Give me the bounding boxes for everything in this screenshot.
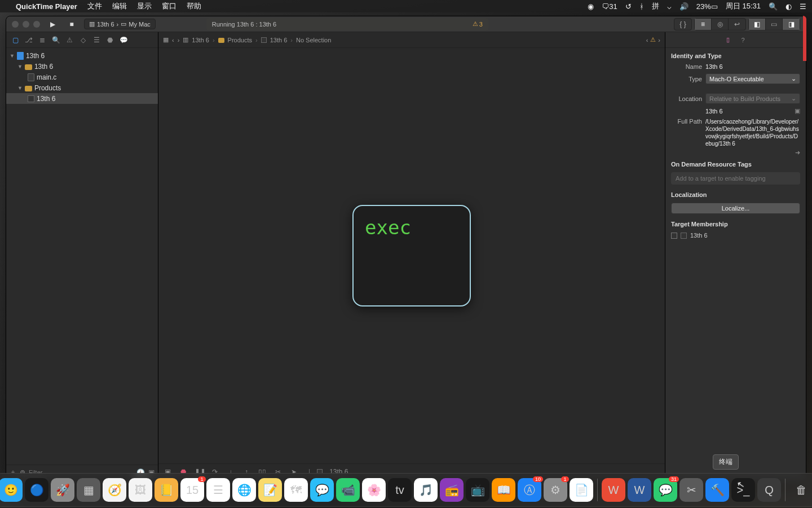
- activity-status[interactable]: Running 13th 6 : 13th 6 ⚠ 3: [206, 18, 488, 30]
- menu-edit[interactable]: 编辑: [112, 1, 127, 11]
- dock-app-quicktime[interactable]: Q: [757, 478, 781, 502]
- menu-window[interactable]: 窗口: [162, 1, 176, 11]
- dock-app-safari[interactable]: 🧭: [103, 478, 126, 502]
- scheme-selector[interactable]: ▥ 13th 6 › ▭ My Mac: [84, 19, 156, 29]
- version-editor-button[interactable]: ↩: [729, 19, 745, 30]
- status-spotlight-icon[interactable]: 🔍: [769, 2, 778, 11]
- dock-app-appstore[interactable]: Ⓐ10: [518, 478, 541, 502]
- dock-app-launchpad[interactable]: 🚀: [51, 478, 74, 502]
- dock-app-reminders[interactable]: ☰: [206, 478, 230, 502]
- dock-app-trash[interactable]: 🗑: [789, 478, 812, 502]
- dock-app-screenshot[interactable]: ✂: [679, 478, 703, 502]
- dock-app-podcasts[interactable]: 📻: [440, 478, 464, 502]
- prev-issue-button[interactable]: ‹: [646, 37, 648, 43]
- breakpoint-navigator-tab[interactable]: ⬣: [105, 36, 114, 44]
- related-items-icon[interactable]: ▦: [163, 36, 169, 43]
- status-volume-icon[interactable]: 🔊: [679, 2, 689, 11]
- menu-file[interactable]: 文件: [87, 1, 102, 11]
- status-wifi-icon[interactable]: ⌵: [667, 2, 672, 11]
- dock-app-siri[interactable]: 🔵: [25, 478, 48, 502]
- checkbox-icon[interactable]: [671, 233, 677, 239]
- dock-app-wechat[interactable]: 💬31: [654, 478, 677, 502]
- issue-navigator-tab[interactable]: ⚠: [65, 36, 74, 44]
- status-bluetooth-icon[interactable]: ᚼ: [639, 2, 644, 11]
- back-button[interactable]: ‹: [172, 37, 174, 43]
- products-folder[interactable]: ▼ Products: [6, 82, 158, 93]
- group-folder[interactable]: ▼ 13th 6: [6, 61, 158, 72]
- warning-indicator[interactable]: ⚠ 3: [473, 20, 483, 28]
- type-select[interactable]: Mach-O Executable ⌄: [705, 73, 800, 84]
- next-issue-button[interactable]: ›: [658, 37, 660, 43]
- project-root[interactable]: ▼ 13th 6: [6, 50, 158, 61]
- find-navigator-tab[interactable]: 🔍: [51, 36, 60, 44]
- forward-button[interactable]: ›: [178, 37, 180, 43]
- library-button[interactable]: { }: [674, 19, 691, 30]
- location-select[interactable]: Relative to Build Products ⌄: [705, 93, 800, 104]
- zoom-icon[interactable]: [33, 21, 40, 28]
- toggle-debug-button[interactable]: ▭: [766, 19, 783, 30]
- dock-app-appletv[interactable]: tv: [388, 478, 412, 502]
- disclosure-icon[interactable]: ▼: [17, 64, 23, 69]
- disclosure-icon[interactable]: ▼: [17, 85, 23, 91]
- dock-app-settings[interactable]: ⚙1: [544, 478, 567, 502]
- name-value[interactable]: 13th 6: [705, 63, 800, 70]
- source-file[interactable]: main.c: [6, 72, 158, 82]
- standard-editor-button[interactable]: ≡: [695, 19, 712, 30]
- dock-app-maps[interactable]: 🗺: [284, 478, 308, 502]
- dock-app-pages[interactable]: 📄: [570, 478, 593, 502]
- dock-app-ibooks[interactable]: 📖: [492, 478, 515, 502]
- status-wechat-icon[interactable]: 🗨 31: [602, 2, 617, 11]
- jump-path-3[interactable]: 13th 6: [270, 37, 288, 43]
- status-datetime[interactable]: 周日 15:31: [726, 1, 761, 11]
- dock-app-tv-app[interactable]: 📺: [466, 478, 489, 502]
- dock-app-preview[interactable]: 🖼: [129, 478, 152, 502]
- window-traffic-lights[interactable]: [12, 21, 40, 28]
- menu-help[interactable]: 帮助: [187, 1, 201, 11]
- dock-app-messages[interactable]: 💬: [310, 478, 334, 502]
- run-button[interactable]: ▶: [46, 19, 59, 30]
- jump-path-1[interactable]: 13th 6: [192, 37, 209, 43]
- menu-view[interactable]: 显示: [137, 1, 152, 11]
- assistant-editor-button[interactable]: ◎: [712, 19, 729, 30]
- status-siri-icon[interactable]: ◐: [785, 2, 792, 11]
- dock-app-facetime[interactable]: 📹: [336, 478, 360, 502]
- source-control-tab[interactable]: ⎇: [24, 36, 33, 44]
- target-membership-row[interactable]: 13th 6: [665, 230, 806, 241]
- dock-app-photos[interactable]: 🌸: [362, 478, 386, 502]
- status-notification-icon[interactable]: ☰: [800, 2, 806, 11]
- localize-button[interactable]: Localize...: [671, 203, 800, 214]
- toggle-navigator-button[interactable]: ◧: [749, 19, 766, 30]
- dock-app-calendar[interactable]: 151: [180, 478, 204, 502]
- jump-path-2[interactable]: Products: [228, 37, 252, 43]
- symbol-navigator-tab[interactable]: ≣: [38, 36, 47, 44]
- reveal-in-finder-icon[interactable]: ➜: [795, 149, 800, 156]
- dock-app-mission-control[interactable]: ▦: [77, 478, 100, 502]
- status-battery[interactable]: 23% ▭: [696, 2, 718, 11]
- dock-app-notes[interactable]: 📝: [258, 478, 282, 502]
- dock-app-music[interactable]: 🎵: [414, 478, 438, 502]
- dock-app-finder[interactable]: 🙂: [0, 478, 23, 502]
- minimize-icon[interactable]: [23, 21, 29, 28]
- dock-app-word[interactable]: W: [628, 478, 651, 502]
- dock-app-xcode[interactable]: 🔨: [705, 478, 729, 502]
- issue-warning-icon[interactable]: ⚠: [650, 36, 656, 43]
- debug-navigator-tab[interactable]: ☰: [92, 36, 101, 44]
- close-icon[interactable]: [12, 21, 19, 28]
- choose-path-icon[interactable]: ▣: [795, 107, 800, 115]
- toggle-inspector-button[interactable]: ◨: [783, 19, 800, 30]
- project-navigator-tab[interactable]: ▢: [11, 36, 20, 44]
- stop-button[interactable]: ■: [65, 19, 78, 30]
- report-navigator-tab[interactable]: 💬: [119, 36, 128, 44]
- help-inspector-tab[interactable]: ?: [741, 37, 744, 43]
- status-input-icon[interactable]: 拼: [652, 1, 659, 11]
- disclosure-icon[interactable]: ▼: [10, 53, 15, 59]
- file-inspector-tab[interactable]: ▯: [726, 36, 730, 43]
- status-record-icon[interactable]: ◉: [588, 2, 594, 11]
- dock-app-wps[interactable]: W: [602, 478, 625, 502]
- dock-app-chrome[interactable]: 🌐: [232, 478, 256, 502]
- test-navigator-tab[interactable]: ◇: [78, 36, 87, 44]
- jump-path-4[interactable]: No Selection: [296, 37, 331, 43]
- app-menu[interactable]: QuickTime Player: [16, 2, 77, 11]
- dock-app-books-yellow[interactable]: 📒: [155, 478, 178, 502]
- product-executable[interactable]: 13th 6: [6, 93, 158, 104]
